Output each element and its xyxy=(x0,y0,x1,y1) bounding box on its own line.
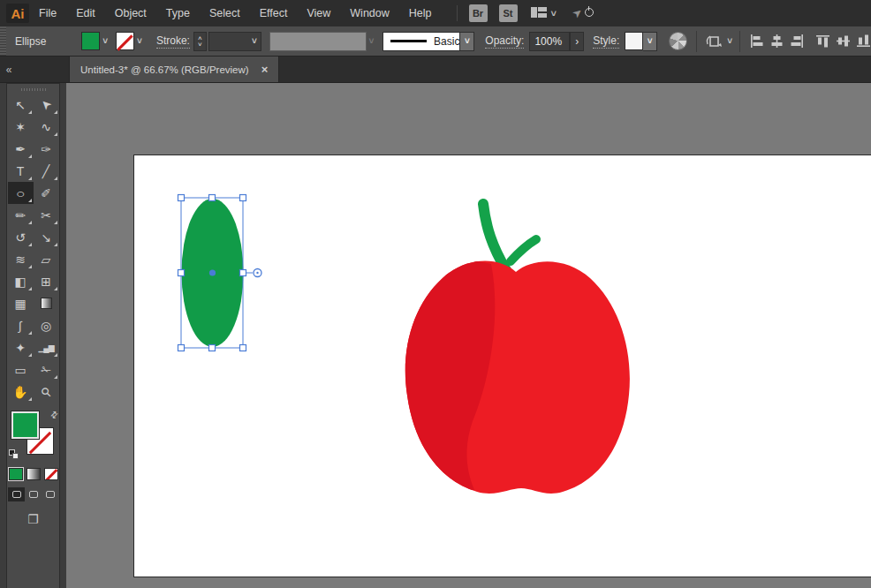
stroke-weight-stepper[interactable]: ˄ ˅ xyxy=(193,32,207,51)
draw-normal-button[interactable] xyxy=(8,487,25,501)
curvature-tool[interactable]: ✑ xyxy=(34,138,59,160)
stroke-weight-label[interactable]: Stroke: xyxy=(156,34,190,49)
fill-stroke-indicator: ⇄ xyxy=(9,410,58,461)
handle-top-right[interactable] xyxy=(240,195,246,201)
recolor-artwork-icon[interactable] xyxy=(669,32,687,50)
paintbrush-tool[interactable]: ✐ xyxy=(34,182,59,204)
workspace-switcher-icon[interactable] xyxy=(531,6,547,21)
change-screen-mode-icon[interactable]: ❐ xyxy=(27,512,39,526)
scissors-tool[interactable]: ✂ xyxy=(34,204,59,226)
menu-window[interactable]: Window xyxy=(340,0,398,26)
stepper-down-icon[interactable]: ˅ xyxy=(198,41,202,48)
gradient-button[interactable] xyxy=(27,468,41,480)
green-ellipse-object[interactable] xyxy=(172,189,274,361)
align-vertical-center-icon[interactable] xyxy=(836,34,851,49)
hand-tool[interactable]: ✋ xyxy=(8,381,34,403)
shape-properties-chevron-icon[interactable]: ˅ xyxy=(727,36,732,46)
canvas-pasteboard[interactable] xyxy=(66,83,871,588)
handle-bottom-center[interactable] xyxy=(209,345,216,351)
eyedropper-tool[interactable]: ∫ xyxy=(8,314,34,336)
pen-tool[interactable]: ✒ xyxy=(8,138,34,160)
mesh-tool[interactable]: ▦ xyxy=(8,292,34,314)
apple-object[interactable] xyxy=(389,190,645,499)
stroke-color-swatch[interactable] xyxy=(116,32,134,50)
tab-close-icon[interactable]: × xyxy=(261,63,269,76)
magic-wand-tool[interactable]: ✶ xyxy=(8,116,34,138)
free-transform-tool[interactable]: ▱ xyxy=(34,248,59,270)
style-swatch[interactable] xyxy=(625,32,643,50)
shape-properties-icon[interactable] xyxy=(705,34,724,49)
color-button[interactable] xyxy=(9,468,23,480)
menu-effect[interactable]: Effect xyxy=(250,0,298,26)
zoom-tool[interactable]: ⚲ xyxy=(34,381,59,403)
perspective-grid-tool[interactable]: ⊞ xyxy=(34,270,59,292)
workspace-chevron-icon[interactable]: ˅ xyxy=(551,8,557,19)
fill-proxy-swatch[interactable] xyxy=(11,411,39,439)
menu-select[interactable]: Select xyxy=(200,0,250,26)
stroke-weight-dropdown[interactable]: ˅ xyxy=(208,32,261,51)
align-horizontal-center-icon[interactable] xyxy=(769,34,784,49)
swap-fill-stroke-icon[interactable]: ⇄ xyxy=(48,409,60,421)
direct-selection-tool[interactable]: ➤ xyxy=(34,94,59,116)
shape-builder-tool[interactable]: ◧ xyxy=(8,270,34,292)
tools-panel: ↖ ➤ ✶ ∿ ✒ ✑ T ╱ ○ ✐ ✏ ✂ ↺ ↘ ≋ ▱ ◧ ⊞ ▦ ∫ xyxy=(6,83,60,588)
type-tool[interactable]: T xyxy=(8,160,34,182)
align-horizontal-left-icon[interactable] xyxy=(749,34,764,49)
align-horizontal-right-icon[interactable] xyxy=(790,34,805,49)
menu-edit[interactable]: Edit xyxy=(66,0,105,26)
apple-stem[interactable] xyxy=(483,204,506,270)
variable-width-profile-dropdown[interactable]: Basic xyxy=(382,32,460,51)
ellipse-tool[interactable]: ○ xyxy=(8,182,34,204)
gpu-performance-icon[interactable]: ➤ xyxy=(572,4,595,22)
style-chevron-icon[interactable]: ˅ xyxy=(643,32,657,51)
opacity-label[interactable]: Opacity: xyxy=(485,34,524,49)
draw-behind-button[interactable] xyxy=(25,487,42,501)
stroke-chevron-icon[interactable]: ˅ xyxy=(137,36,142,46)
lasso-tool[interactable]: ∿ xyxy=(34,116,59,138)
default-fill-stroke-icon[interactable] xyxy=(9,449,19,459)
handle-bottom-right[interactable] xyxy=(240,345,246,351)
none-button[interactable] xyxy=(44,468,58,480)
rotate-tool[interactable]: ↺ xyxy=(8,226,34,248)
draw-inside-button[interactable] xyxy=(42,487,58,501)
menu-type[interactable]: Type xyxy=(156,0,200,26)
control-bar-grip[interactable] xyxy=(0,26,6,56)
style-label[interactable]: Style: xyxy=(593,34,619,49)
gradient-tool[interactable] xyxy=(34,292,59,314)
column-graph-tool[interactable]: ▁▄▆ xyxy=(34,336,59,358)
shaper-tool[interactable]: ✏ xyxy=(8,204,34,226)
color-mode-row xyxy=(9,468,58,480)
handle-middle-left[interactable] xyxy=(178,270,185,276)
handle-middle-right[interactable] xyxy=(240,270,246,276)
center-point-widget[interactable] xyxy=(209,269,216,275)
fill-color-swatch[interactable] xyxy=(81,32,100,50)
apple-stem-branch[interactable] xyxy=(511,239,536,261)
slice-tool[interactable]: ✁ xyxy=(34,358,59,381)
width-tool[interactable]: ≋ xyxy=(8,248,34,270)
handle-top-left[interactable] xyxy=(178,195,185,201)
handle-bottom-left[interactable] xyxy=(178,345,185,351)
opacity-expand-icon[interactable]: › xyxy=(570,32,584,51)
blend-tool[interactable]: ◎ xyxy=(34,314,59,336)
line-segment-tool[interactable]: ╱ xyxy=(34,160,59,182)
menu-help[interactable]: Help xyxy=(399,0,442,26)
opacity-input[interactable]: 100% xyxy=(529,32,570,51)
stroke-weight-chevron-icon[interactable]: ˅ xyxy=(252,36,257,46)
align-vertical-bottom-icon[interactable] xyxy=(856,34,871,49)
scale-tool[interactable]: ↘ xyxy=(34,226,59,248)
artboard-tool[interactable]: ▭ xyxy=(8,358,34,381)
document-tab[interactable]: Untitled-3* @ 66.67% (RGB/Preview) × xyxy=(69,57,279,82)
handle-top-center[interactable] xyxy=(209,195,216,201)
tools-panel-grip[interactable] xyxy=(21,88,46,91)
bridge-button[interactable]: Br xyxy=(469,4,488,22)
symbol-sprayer-tool[interactable]: ✦ xyxy=(8,336,34,358)
stock-button[interactable]: St xyxy=(499,4,518,22)
profile-chevron-icon[interactable]: ˅ xyxy=(460,32,474,51)
align-vertical-top-icon[interactable] xyxy=(815,34,830,49)
menu-object[interactable]: Object xyxy=(105,0,156,26)
menu-view[interactable]: View xyxy=(297,0,340,26)
menu-file[interactable]: File xyxy=(29,0,66,26)
fill-chevron-icon[interactable]: ˅ xyxy=(102,36,108,46)
selection-tool[interactable]: ↖ xyxy=(8,94,34,116)
collapse-panels-icon[interactable]: « xyxy=(0,57,18,82)
